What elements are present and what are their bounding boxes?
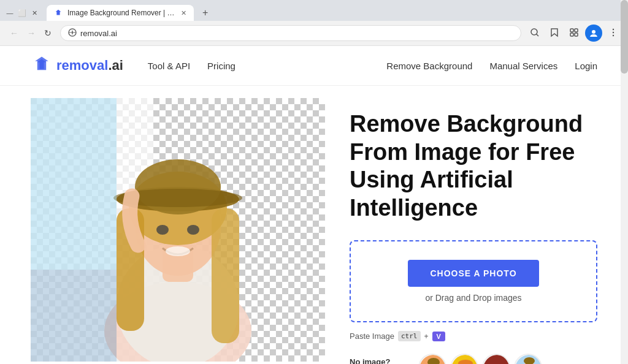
svg-rect-32 xyxy=(31,98,117,270)
bookmark-icon-button[interactable] xyxy=(546,25,563,42)
paste-row: Paste Image ctrl + V xyxy=(350,331,597,341)
hero-image xyxy=(31,98,325,362)
site-icon xyxy=(68,28,77,38)
browser-tab[interactable]: Image Background Remover | R... ✕ xyxy=(47,5,194,21)
sample-label: No image? Try one of these xyxy=(350,357,411,364)
scrollbar-thumb[interactable] xyxy=(621,0,628,74)
browser-title-bar: — ⬜ ✕ Image Background Remover | R... ✕ … xyxy=(0,0,628,21)
svg-point-9 xyxy=(592,30,595,34)
sample-image-1[interactable] xyxy=(418,354,446,364)
navbar-right: Remove Background Manual Services Login xyxy=(386,61,597,71)
maximize-button[interactable]: ⬜ xyxy=(17,8,27,18)
browser-address-bar: ← → ↻ xyxy=(0,21,628,45)
svg-rect-6 xyxy=(575,29,578,32)
svg-rect-33 xyxy=(31,270,117,362)
choose-photo-button[interactable]: CHOOSE A PHOTO xyxy=(408,260,538,287)
brand-logo[interactable]: removal.ai xyxy=(31,55,123,77)
svg-line-3 xyxy=(537,34,539,36)
tab-title: Image Background Remover | R... xyxy=(67,9,176,17)
sample-image-4[interactable] xyxy=(514,354,542,364)
address-input[interactable] xyxy=(80,29,513,38)
tab-favicon xyxy=(54,9,63,17)
checkerboard-pattern xyxy=(31,98,325,362)
svg-point-42 xyxy=(483,355,510,364)
profile-icon-button[interactable] xyxy=(585,25,602,42)
page-content: removal.ai Tool & API Pricing Remove Bac… xyxy=(0,46,628,364)
logo-icon xyxy=(31,55,53,77)
paste-label: Paste Image xyxy=(350,332,394,341)
sample-images-row: No image? Try one of these xyxy=(350,354,597,364)
svg-point-30 xyxy=(187,225,199,235)
drag-drop-text: or Drag and Drop images xyxy=(425,293,521,303)
new-tab-button[interactable]: + xyxy=(197,5,213,21)
minimize-button[interactable]: — xyxy=(5,8,15,18)
svg-point-29 xyxy=(156,225,169,235)
upload-area[interactable]: CHOOSE A PHOTO or Drag and Drop images xyxy=(350,240,597,322)
svg-point-12 xyxy=(613,34,614,36)
svg-marker-4 xyxy=(551,29,557,36)
sample-image-3[interactable] xyxy=(482,354,510,364)
address-bar-wrap[interactable] xyxy=(60,25,521,41)
sample-images xyxy=(418,354,542,364)
nav-remove-background[interactable]: Remove Background xyxy=(386,61,472,71)
browser-chrome: — ⬜ ✕ Image Background Remover | R... ✕ … xyxy=(0,0,628,46)
tab-close-icon[interactable]: ✕ xyxy=(181,9,186,17)
browser-nav-controls: ← → ↻ xyxy=(6,26,55,40)
scrollbar-track xyxy=(621,0,628,364)
svg-rect-8 xyxy=(575,33,578,36)
browser-window-controls: — ⬜ ✕ xyxy=(5,8,39,18)
forward-button[interactable]: → xyxy=(23,26,39,40)
navbar: removal.ai Tool & API Pricing Remove Bac… xyxy=(0,46,628,86)
sample-image-2[interactable] xyxy=(450,354,478,364)
svg-point-10 xyxy=(613,28,614,29)
hero-title: Remove Background From Image for Free Us… xyxy=(350,110,597,222)
svg-point-11 xyxy=(613,31,614,32)
refresh-button[interactable]: ↻ xyxy=(40,26,55,40)
v-kbd: V xyxy=(432,332,445,341)
search-icon-button[interactable] xyxy=(526,25,543,42)
navbar-left-links: Tool & API Pricing xyxy=(148,61,236,71)
brand-name: removal.ai xyxy=(56,58,123,74)
svg-point-31 xyxy=(166,246,190,256)
nav-login[interactable]: Login xyxy=(575,61,597,71)
hero-right: Remove Background From Image for Free Us… xyxy=(350,98,597,364)
svg-rect-5 xyxy=(570,29,573,32)
plus-sign: + xyxy=(424,332,429,341)
close-button[interactable]: ✕ xyxy=(29,8,39,18)
nav-pricing[interactable]: Pricing xyxy=(207,61,236,71)
extensions-icon-button[interactable] xyxy=(565,25,583,42)
svg-rect-25 xyxy=(212,208,239,343)
ctrl-kbd: ctrl xyxy=(398,331,421,341)
svg-rect-7 xyxy=(570,33,573,36)
navbar-left: removal.ai Tool & API Pricing xyxy=(31,55,236,77)
menu-icon-button[interactable] xyxy=(605,25,622,42)
nav-manual-services[interactable]: Manual Services xyxy=(489,61,557,71)
nav-tool-api[interactable]: Tool & API xyxy=(148,61,190,71)
main-content: Remove Background From Image for Free Us… xyxy=(0,86,628,364)
browser-right-icons xyxy=(526,25,622,42)
back-button[interactable]: ← xyxy=(6,26,22,40)
